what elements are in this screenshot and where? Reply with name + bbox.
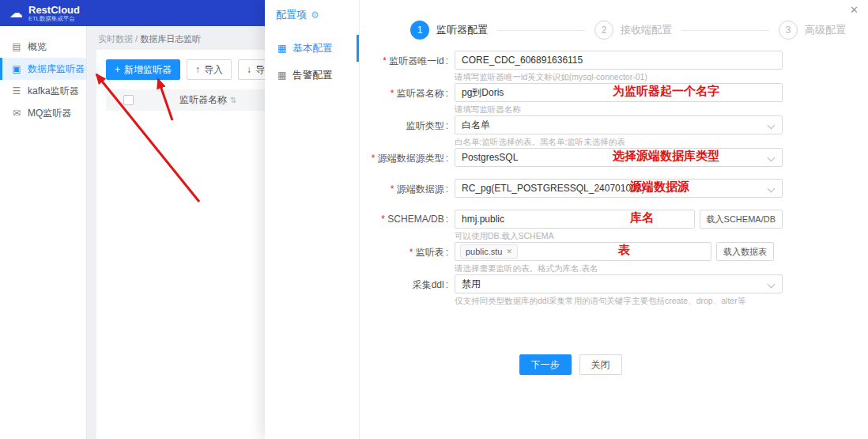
step-label: 高级配置 (805, 23, 846, 37)
config-title-label: 配置项 (276, 8, 307, 22)
gear-icon: ⚙ (311, 9, 319, 21)
field-label: 监听类型 (369, 115, 448, 148)
tag-close-icon[interactable]: ✕ (506, 243, 512, 260)
config-menu: ▦ 基本配置 ▦ 告警配置 (265, 35, 359, 89)
config-panel: 配置项 ⚙ ▦ 基本配置 ▦ 告警配置 (265, 0, 360, 439)
breadcrumb-realtime-data[interactable]: 实时数据 (98, 34, 133, 44)
step-advanced-config: 3 高级配置 (779, 21, 846, 40)
brand-subtitle: ETL数据集成平台 (28, 15, 80, 22)
kafka-icon: ☰ (11, 85, 22, 97)
field-source-datasource-type: 源端数据源类型 PostgresSQL 选择源端数据库类型 (369, 148, 868, 179)
listen-type-select[interactable]: 白名单 (455, 115, 783, 134)
collect-ddl-value: 禁用 (462, 278, 481, 290)
config-panel-title: 配置项 ⚙ (265, 8, 359, 22)
field-listener-unique-id: 监听器唯一id CORE_CDC_606891636115 请填写监听器唯一id… (369, 51, 868, 83)
brand-block: RestCloud ETL数据集成平台 (28, 5, 80, 22)
config-item-label: 基本配置 (292, 42, 332, 55)
mq-icon: ✉ (11, 108, 22, 119)
annotation-source-type: 选择源端数据库类型 (613, 149, 719, 164)
schema-db-input[interactable]: hmj.public (455, 210, 695, 229)
step-number: 1 (410, 21, 429, 40)
import-label: 导入 (204, 63, 223, 77)
database-icon: ▣ (11, 63, 22, 74)
chevron-down-icon (768, 185, 776, 193)
table-tag-label: public.stu (466, 243, 502, 260)
add-listener-label: 新增监听器 (124, 63, 172, 77)
drawer-main: ✕ 1 监听器配置 2 接收端配置 3 高级配置 监听器唯一id C (360, 0, 868, 439)
import-button[interactable]: ↑ 导入 (187, 59, 232, 80)
field-listen-type: 监听类型 白名单 白名单:监听选择的表。黑名单:监听未选择的表 (369, 115, 868, 148)
grid-icon: ▦ (277, 43, 286, 54)
annotation-listen-tables: 表 (618, 243, 630, 258)
table-tag: public.stu ✕ (460, 244, 518, 259)
brand-name: RestCloud (28, 5, 80, 15)
collect-ddl-select[interactable]: 禁用 (455, 274, 783, 293)
breadcrumb-db-log-listen: 数据库日志监听 (140, 34, 201, 44)
listener-config-drawer: 配置项 ⚙ ▦ 基本配置 ▦ 告警配置 ✕ 1 监听器配置 2 接收端配置 (265, 0, 868, 439)
field-hint: 请选择需要监听的表。格式为库名.表名 (455, 263, 783, 274)
cloud-logo-icon: ☁ (9, 6, 23, 20)
export-icon: ↓ (247, 64, 251, 75)
step-connector (497, 30, 585, 31)
field-hint: 白名单:监听选择的表。黑名单:监听未选择的表 (455, 137, 783, 148)
column-listener-name[interactable]: 监听器名称 ⇅ (179, 93, 236, 107)
step-listener-config: 1 监听器配置 (410, 21, 488, 40)
sidebar-item-overview[interactable]: ▤ 概览 (0, 36, 86, 58)
sidebar-item-database-listener[interactable]: ▣ 数据库监听器 (0, 58, 86, 80)
annotation-listener-name: 为监听器起一个名字 (613, 84, 719, 99)
config-item-label: 告警配置 (292, 69, 332, 82)
chevron-down-icon (768, 122, 776, 130)
sidebar-item-label: kafka监听器 (28, 85, 79, 98)
field-label: 监听表 (369, 242, 448, 274)
config-item-basic[interactable]: ▦ 基本配置 (265, 35, 359, 62)
import-icon: ↑ (195, 64, 200, 75)
field-label: 源端数据源 (369, 179, 448, 210)
source-datasource-value: RC_pg(ETL_POSTGRESSQL_240701002) (462, 183, 644, 194)
chevron-down-icon (768, 281, 776, 289)
sidebar-item-mq-listener[interactable]: ✉ MQ监听器 (0, 102, 86, 124)
chevron-down-icon (768, 154, 776, 162)
grid-icon: ▦ (277, 70, 286, 81)
listener-unique-id-input[interactable]: CORE_CDC_606891636115 (455, 51, 783, 70)
listen-type-value: 白名单 (462, 119, 490, 131)
column-listener-name-label: 监听器名称 (179, 93, 227, 107)
annotation-schema-db: 库名 (630, 210, 654, 225)
overview-icon: ▤ (11, 41, 22, 52)
field-label: SCHEMA/DB (369, 210, 448, 242)
steps-bar: 1 监听器配置 2 接收端配置 3 高级配置 (410, 21, 846, 40)
load-schema-db-button[interactable]: 载入SCHEMA/DB (700, 210, 783, 229)
field-label: 监听器唯一id (369, 51, 448, 83)
step-number: 3 (779, 21, 798, 40)
config-item-alert[interactable]: ▦ 告警配置 (265, 62, 359, 89)
listener-config-form: 监听器唯一id CORE_CDC_606891636115 请填写监听器唯一id… (360, 51, 868, 307)
sidebar-item-label: 数据库监听器 (28, 62, 85, 76)
field-listener-name: 监听器名称 pg到Doris 请填写监听器名称 为监听器起一个名字 (369, 83, 868, 115)
field-label: 源端数据源类型 (369, 148, 448, 179)
field-collect-ddl: 采集ddl 禁用 仅支持同类型数据库的ddl采集常用的语句关键字主要包括crea… (369, 274, 868, 307)
step-connector (681, 30, 769, 31)
field-hint: 请填写监听器名称 (455, 104, 783, 115)
load-tables-button[interactable]: 载入数据表 (716, 242, 774, 261)
drawer-footer: 下一步 关闭 (360, 354, 868, 375)
close-icon[interactable]: ✕ (850, 4, 859, 16)
sort-icon[interactable]: ⇅ (230, 96, 236, 104)
sidebar-item-label: MQ监听器 (28, 107, 71, 120)
field-hint: 仅支持同类型数据库的ddl采集常用的语句关键字主要包括create、drop、a… (455, 296, 783, 307)
field-schema-db: SCHEMA/DB hmj.public 载入SCHEMA/DB 可以使用DB.… (369, 210, 868, 242)
sidebar-item-kafka-listener[interactable]: ☰ kafka监听器 (0, 80, 86, 102)
step-receiver-config: 2 接收端配置 (594, 21, 672, 40)
close-button[interactable]: 关闭 (579, 354, 622, 375)
source-datasource-select[interactable]: RC_pg(ETL_POSTGRESSQL_240701002) (455, 179, 783, 198)
next-step-button[interactable]: 下一步 (519, 354, 572, 375)
add-listener-button[interactable]: + 新增监听器 (106, 59, 180, 80)
select-all-checkbox[interactable] (123, 95, 134, 105)
field-hint: 请填写监听器唯一id英文标识如(mysql-connector-01) (455, 72, 783, 83)
field-source-datasource: 源端数据源 RC_pg(ETL_POSTGRESSQL_240701002) 源… (369, 179, 868, 210)
listen-tables-input[interactable]: public.stu ✕ (455, 242, 711, 261)
field-label: 采集ddl (369, 274, 448, 307)
source-type-value: PostgresSQL (462, 152, 518, 163)
step-number: 2 (594, 21, 613, 40)
step-label: 监听器配置 (436, 23, 488, 37)
step-label: 接收端配置 (621, 23, 672, 37)
annotation-source-datasource: 源端数据源 (630, 180, 689, 195)
